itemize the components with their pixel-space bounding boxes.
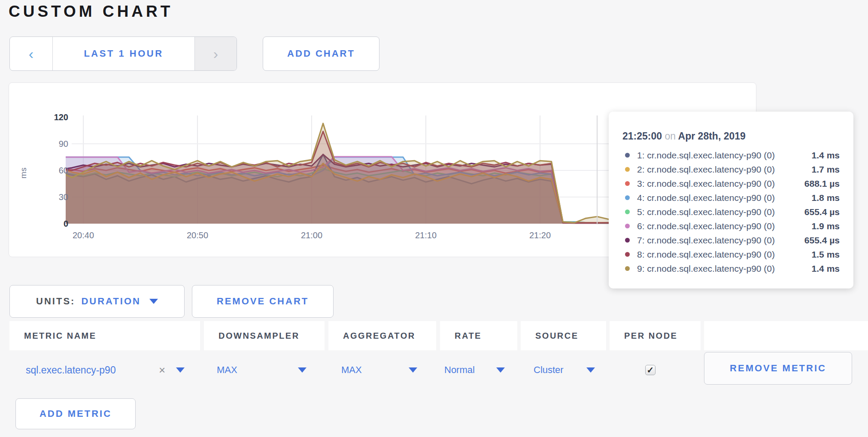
svg-text:21:10: 21:10 [415,231,437,240]
tooltip-series-label: 2: cr.node.sql.exec.latency-p90 (0) [637,164,812,175]
column-header-per-node: PER NODE [610,321,701,350]
tooltip-series-value: 1.4 ms [812,264,840,274]
units-label: UNITS: [36,296,75,307]
chart-hover-tooltip: 21:25:00 on Apr 28th, 2019 1: cr.node.sq… [609,112,853,288]
tooltip-series-label: 5: cr.node.sql.exec.latency-p90 (0) [637,207,804,217]
svg-text:21:20: 21:20 [529,231,551,240]
series-dot-icon [625,195,630,200]
time-window-prev-button[interactable]: ‹ [10,37,53,70]
column-header-source: SOURCE [521,321,606,350]
tooltip-row: 7: cr.node.sql.exec.latency-p90 (0)655.4… [622,233,840,247]
svg-text:30: 30 [59,192,68,202]
tooltip-series-label: 8: cr.node.sql.exec.latency-p90 (0) [637,249,812,260]
tooltip-series-label: 7: cr.node.sql.exec.latency-p90 (0) [637,235,804,246]
add-chart-button[interactable]: ADD CHART [263,36,379,71]
custom-chart-page: CUSTOM CHART ‹ LAST 1 HOUR › ADD CHART 0… [0,0,868,437]
aggregator-select[interactable]: MAX [341,350,362,390]
series-dot-icon [625,238,630,243]
tooltip-series-value: 655.4 µs [804,207,840,217]
tooltip-series-value: 1.4 ms [812,150,840,161]
tooltip-timestamp: 21:25:00 on Apr 28th, 2019 [622,130,840,142]
chevron-right-icon: › [213,46,218,61]
chevron-left-icon: ‹ [29,46,33,61]
tooltip-row: 3: cr.node.sql.exec.latency-p90 (0)688.1… [622,176,840,191]
tooltip-series-label: 4: cr.node.sql.exec.latency-p90 (0) [637,193,812,203]
source-caret[interactable] [584,350,595,390]
column-header-downsampler: DOWNSAMPLER [204,321,325,350]
tooltip-series-value: 688.1 µs [804,179,840,189]
tooltip-row: 6: cr.node.sql.exec.latency-p90 (0)1.9 m… [622,219,840,233]
series-dot-icon [625,224,630,228]
check-icon: ✓ [647,365,654,375]
tooltip-series-value: 1.8 ms [812,193,840,203]
metric-table-row: sql.exec.latency-p90 × MAX MAX Normal Cl… [0,350,868,390]
rate-select[interactable]: Normal [444,350,475,390]
source-select[interactable]: Cluster [534,350,564,390]
column-header-rate: RATE [440,321,517,350]
svg-text:0: 0 [64,219,68,228]
page-title: CUSTOM CHART [9,3,173,21]
series-dot-icon [625,181,630,186]
units-dropdown[interactable]: UNITS: DURATION [9,285,185,318]
remove-chart-button[interactable]: REMOVE CHART [192,285,334,318]
svg-text:60: 60 [59,166,68,175]
time-window-next-button[interactable]: › [194,37,237,70]
metric-name-link[interactable]: sql.exec.latency-p90 [26,350,116,390]
tooltip-series-value: 1.7 ms [812,164,840,175]
svg-text:20:50: 20:50 [187,231,208,240]
tooltip-row: 8: cr.node.sql.exec.latency-p90 (0)1.5 m… [622,247,840,261]
tooltip-series-value: 1.9 ms [812,221,840,231]
downsampler-select[interactable]: MAX [217,350,237,390]
series-dot-icon [625,153,630,158]
column-header-metric-name: METRIC NAME [9,321,200,350]
y-axis-unit-label: ms [19,167,28,178]
tooltip-series-value: 655.4 µs [804,235,840,246]
tooltip-row: 4: cr.node.sql.exec.latency-p90 (0)1.8 m… [622,191,840,205]
add-metric-button[interactable]: ADD METRIC [15,398,136,429]
series-dot-icon [625,252,630,257]
aggregator-caret[interactable] [406,350,417,390]
tooltip-rows: 1: cr.node.sql.exec.latency-p90 (0)1.4 m… [622,148,840,276]
tooltip-row: 1: cr.node.sql.exec.latency-p90 (0)1.4 m… [622,148,840,162]
series-dot-icon [625,167,630,172]
tooltip-row: 9: cr.node.sql.exec.latency-p90 (0)1.4 m… [622,261,840,276]
time-window-dropdown[interactable]: LAST 1 HOUR [53,37,194,70]
per-node-checkbox[interactable]: ✓ [645,365,656,375]
tooltip-series-label: 9: cr.node.sql.exec.latency-p90 (0) [637,264,812,274]
time-window-selector: ‹ LAST 1 HOUR › [9,36,237,71]
rate-caret[interactable] [494,350,505,390]
tooltip-series-label: 6: cr.node.sql.exec.latency-p90 (0) [637,221,812,231]
tooltip-time: 21:25:00 [622,130,662,142]
clear-metric-icon[interactable]: × [159,350,165,390]
svg-text:21:00: 21:00 [301,231,322,240]
svg-text:90: 90 [59,139,68,149]
tooltip-series-label: 1: cr.node.sql.exec.latency-p90 (0) [637,150,812,161]
series-dot-icon [625,209,630,214]
tooltip-series-label: 3: cr.node.sql.exec.latency-p90 (0) [637,179,804,189]
tooltip-row: 5: cr.node.sql.exec.latency-p90 (0)655.4… [622,205,840,219]
remove-metric-button[interactable]: REMOVE METRIC [704,352,852,385]
svg-text:120: 120 [54,112,68,122]
series-dot-icon [625,266,630,271]
metric-dropdown-caret[interactable] [173,350,185,390]
svg-text:20:40: 20:40 [73,231,94,240]
downsampler-caret[interactable] [295,350,307,390]
chevron-down-icon [149,299,158,304]
column-header-actions [704,321,868,350]
tooltip-row: 2: cr.node.sql.exec.latency-p90 (0)1.7 m… [622,162,840,176]
units-value: DURATION [81,296,140,307]
tooltip-series-value: 1.5 ms [812,249,840,260]
column-header-aggregator: AGGREGATOR [328,321,436,350]
